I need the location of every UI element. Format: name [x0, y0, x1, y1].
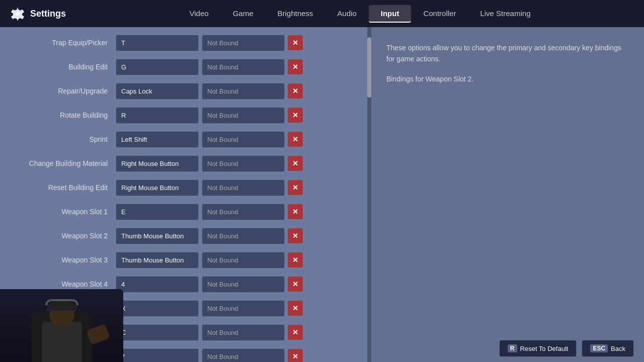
binding-secondary-weapon1[interactable]: Not Bound — [202, 204, 285, 220]
binding-clear-rotate[interactable]: ✕ — [288, 108, 303, 123]
binding-label-weapon4: Weapon Slot 4 — [10, 280, 116, 288]
binding-clear-weapon1[interactable]: ✕ — [288, 204, 303, 219]
nav-tabs: Video Game Brightness Audio Input Contro… — [86, 5, 634, 23]
binding-primary-trap[interactable]: T — [116, 35, 199, 51]
tab-live-streaming[interactable]: Live Streaming — [468, 5, 542, 23]
info-description: These options allow you to change the pr… — [386, 42, 629, 65]
app-title: Settings — [30, 9, 66, 19]
logo-area: Settings — [10, 6, 66, 21]
binding-secondary-weapon3[interactable]: Not Bound — [202, 252, 285, 268]
binding-primary-ability3[interactable]: 7 — [116, 348, 199, 363]
binding-clear-ability2[interactable]: ✕ — [288, 325, 303, 340]
binding-row-repair: Repair/Upgrade Caps Lock Not Bound ✕ — [10, 80, 357, 102]
binding-label-building-edit: Building Edit — [10, 63, 116, 71]
binding-clear-sprint[interactable]: ✕ — [288, 132, 303, 147]
binding-secondary-weapon4[interactable]: Not Bound — [202, 276, 285, 293]
binding-clear-weapon3[interactable]: ✕ — [288, 252, 303, 267]
reset-default-button[interactable]: R Reset To Default — [499, 340, 577, 357]
bottom-bar: R Reset To Default ESC Back — [489, 335, 644, 362]
binding-secondary-weapon2[interactable]: Not Bound — [202, 228, 285, 244]
binding-primary-sprint[interactable]: Left Shift — [116, 131, 199, 148]
binding-primary-reset-building[interactable]: Right Mouse Button — [116, 179, 199, 196]
reset-label: Reset To Default — [520, 345, 569, 352]
binding-row-weapon2: Weapon Slot 2 Thumb Mouse Button Not Bou… — [10, 225, 357, 246]
tab-game[interactable]: Game — [221, 5, 266, 23]
binding-row-weapon1: Weapon Slot 1 E Not Bound ✕ — [10, 201, 357, 222]
tab-video[interactable]: Video — [178, 5, 221, 23]
binding-primary-repair[interactable]: Caps Lock — [116, 83, 199, 100]
binding-clear-weapon4[interactable]: ✕ — [288, 277, 303, 292]
binding-primary-ability1[interactable]: X — [116, 300, 199, 317]
binding-primary-rotate[interactable]: R — [116, 107, 199, 124]
binding-label-weapon3: Weapon Slot 3 — [10, 256, 116, 264]
info-panel: These options allow you to change the pr… — [371, 27, 644, 362]
binding-primary-building-edit[interactable]: G — [116, 59, 199, 75]
binding-primary-weapon1[interactable]: E — [116, 204, 199, 220]
binding-label-sprint: Sprint — [10, 135, 116, 143]
binding-secondary-ability2[interactable]: Not Bound — [202, 324, 285, 341]
binding-clear-repair[interactable]: ✕ — [288, 83, 303, 99]
binding-primary-change-material[interactable]: Right Mouse Button — [116, 155, 199, 172]
binding-row-sprint: Sprint Left Shift Not Bound ✕ — [10, 129, 357, 150]
binding-label-rotate: Rotate Building — [10, 111, 116, 119]
binding-row-weapon3: Weapon Slot 3 Thumb Mouse Button Not Bou… — [10, 249, 357, 270]
back-label: Back — [611, 345, 625, 352]
binding-primary-weapon2[interactable]: Thumb Mouse Button — [116, 228, 199, 244]
binding-clear-ability1[interactable]: ✕ — [288, 301, 303, 316]
binding-row-building-edit: Building Edit G Not Bound ✕ — [10, 56, 357, 77]
binding-secondary-ability1[interactable]: Not Bound — [202, 300, 285, 317]
binding-label-reset-building: Reset Building Edit — [10, 184, 116, 192]
binding-row-change-material: Change Building Material Right Mouse But… — [10, 153, 357, 174]
webcam-person — [0, 289, 123, 362]
binding-secondary-repair[interactable]: Not Bound — [202, 83, 285, 100]
binding-secondary-reset-building[interactable]: Not Bound — [202, 179, 285, 196]
binding-label-change-material: Change Building Material — [10, 159, 116, 167]
scrollbar[interactable] — [367, 27, 371, 362]
top-navigation-bar: Settings Video Game Brightness Audio Inp… — [0, 0, 644, 27]
binding-secondary-trap[interactable]: Not Bound — [202, 35, 285, 51]
back-button[interactable]: ESC Back — [582, 340, 634, 357]
binding-row-reset-building: Reset Building Edit Right Mouse Button N… — [10, 177, 357, 198]
tab-input[interactable]: Input — [369, 5, 412, 23]
binding-secondary-change-material[interactable]: Not Bound — [202, 155, 285, 172]
binding-clear-trap[interactable]: ✕ — [288, 35, 303, 50]
binding-secondary-building-edit[interactable]: Not Bound — [202, 59, 285, 75]
back-key-badge: ESC — [590, 344, 608, 352]
binding-label-weapon1: Weapon Slot 1 — [10, 208, 116, 216]
binding-row-rotate: Rotate Building R Not Bound ✕ — [10, 105, 357, 126]
binding-primary-weapon3[interactable]: Thumb Mouse Button — [116, 252, 199, 268]
binding-clear-reset-building[interactable]: ✕ — [288, 180, 303, 195]
tab-brightness[interactable]: Brightness — [265, 5, 325, 23]
binding-label-weapon2: Weapon Slot 2 — [10, 232, 116, 240]
scrollbar-thumb[interactable] — [367, 37, 371, 98]
tab-audio[interactable]: Audio — [325, 5, 368, 23]
gear-icon — [10, 6, 25, 21]
binding-row-trap: Trap Equip/Picker T Not Bound ✕ — [10, 32, 357, 53]
webcam-overlay — [0, 289, 123, 362]
binding-secondary-ability3[interactable]: Not Bound — [202, 348, 285, 363]
binding-clear-weapon2[interactable]: ✕ — [288, 228, 303, 243]
binding-note: Bindings for Weapon Slot 2. — [386, 75, 629, 83]
binding-clear-ability3[interactable]: ✕ — [288, 349, 303, 362]
reset-key-badge: R — [508, 344, 517, 352]
binding-clear-building-edit[interactable]: ✕ — [288, 59, 303, 74]
binding-secondary-rotate[interactable]: Not Bound — [202, 107, 285, 124]
binding-primary-weapon4[interactable]: 4 — [116, 276, 199, 293]
binding-clear-change-material[interactable]: ✕ — [288, 156, 303, 171]
binding-label-trap: Trap Equip/Picker — [10, 39, 116, 47]
binding-primary-ability2[interactable]: C — [116, 324, 199, 341]
tab-controller[interactable]: Controller — [411, 5, 468, 23]
binding-label-repair: Repair/Upgrade — [10, 87, 116, 95]
binding-secondary-sprint[interactable]: Not Bound — [202, 131, 285, 148]
